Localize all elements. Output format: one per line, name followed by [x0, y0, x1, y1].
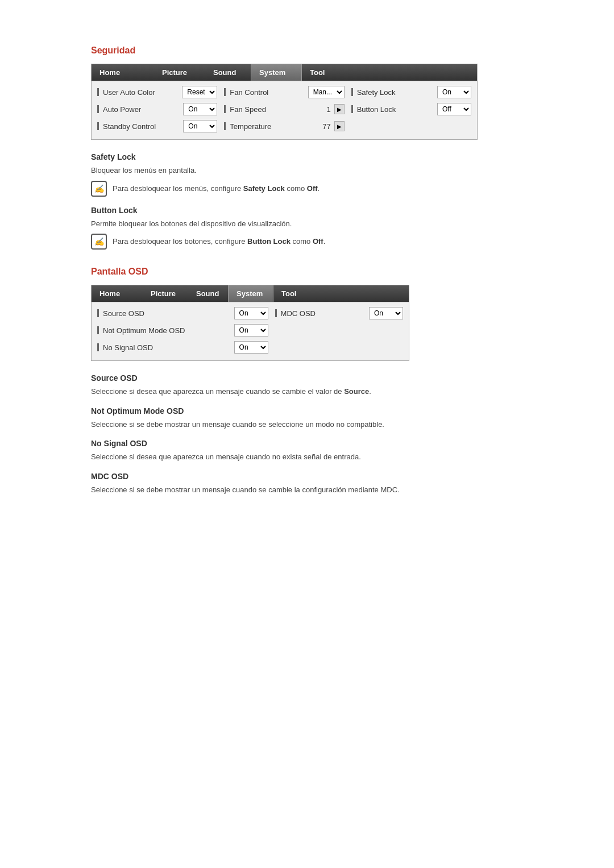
- not-optimum-body: Seleccione si se debe mostrar un mensaje…: [91, 419, 523, 430]
- tab-system-osd[interactable]: System: [228, 285, 273, 302]
- seg-col2: Fan Control Man... Auto Fan Speed 1 ▶: [221, 85, 347, 136]
- button-lock-heading: Button Lock: [91, 206, 523, 215]
- source-osd-select[interactable]: On Off: [234, 307, 268, 319]
- source-osd-heading: Source OSD: [91, 373, 523, 383]
- row-bar: [224, 105, 226, 113]
- tab-tool-osd[interactable]: Tool: [273, 285, 313, 302]
- note-icon-2: ✍: [91, 234, 107, 250]
- button-lock-note: ✍ Para desbloquear los botones, configur…: [91, 234, 523, 250]
- tab-picture-osd[interactable]: Picture: [143, 285, 188, 302]
- table-row: Standby Control On Off: [97, 119, 217, 134]
- tab-home-osd[interactable]: Home: [92, 285, 143, 302]
- safety-lock-note-text: Para desbloquear los menús, configure Sa…: [113, 181, 320, 194]
- fan-speed-val: 1 ▶: [326, 104, 344, 114]
- table-row: MDC OSD On Off: [275, 306, 403, 321]
- table-row: Auto Power On Off: [97, 102, 217, 117]
- source-osd-label: Source OSD: [103, 309, 144, 318]
- osd-col2: MDC OSD On Off: [272, 306, 406, 357]
- seg-col3: Safety Lock On Off Button Lock Off On: [348, 85, 475, 136]
- temperature-arrow[interactable]: ▶: [334, 121, 345, 131]
- temperature-val: 77 ▶: [322, 121, 344, 131]
- table-row: Source OSD On Off: [97, 306, 268, 321]
- table-row: Safety Lock On Off: [351, 85, 471, 99]
- seguridad-tab-bar: Home Picture Sound System Tool: [92, 64, 477, 81]
- no-signal-osd-label: No Signal OSD: [103, 343, 153, 352]
- not-optimum-heading: Not Optimum Mode OSD: [91, 406, 523, 416]
- row-bar: [351, 88, 353, 96]
- not-optimum-select[interactable]: On Off: [234, 324, 268, 337]
- pantalla-osd-table: Home Picture Sound System Tool Source OS…: [91, 285, 409, 361]
- mdc-osd-body: Seleccione si se debe mostrar un mensaje…: [91, 484, 523, 496]
- source-osd-body: Seleccione si desea que aparezca un mens…: [91, 386, 523, 397]
- seguridad-section: Seguridad Home Picture Sound System Tool…: [91, 45, 523, 250]
- temperature-label: Temperature: [230, 122, 271, 131]
- fan-speed-label: Fan Speed: [230, 105, 266, 114]
- table-row: Fan Control Man... Auto: [224, 85, 344, 99]
- mdc-osd-heading: MDC OSD: [91, 472, 523, 481]
- osd-col1: Source OSD On Off Not Optimum Mode OSD O…: [94, 306, 272, 357]
- safety-lock-select[interactable]: On Off: [437, 86, 471, 98]
- seguridad-title: Seguridad: [91, 45, 523, 56]
- temperature-value: 77: [322, 122, 330, 131]
- fan-control-select[interactable]: Man... Auto: [308, 86, 345, 98]
- standby-control-label: Standby Control: [103, 122, 156, 131]
- fan-speed-arrow[interactable]: ▶: [334, 104, 345, 114]
- row-bar: [97, 309, 99, 317]
- mdc-osd-select[interactable]: On Off: [369, 307, 403, 319]
- row-bar: [97, 343, 99, 351]
- no-signal-heading: No Signal OSD: [91, 439, 523, 448]
- row-bar: [275, 309, 277, 317]
- row-bar: [97, 105, 99, 113]
- fan-speed-value: 1: [326, 105, 330, 114]
- pantalla-osd-table-body: Source OSD On Off Not Optimum Mode OSD O…: [92, 302, 409, 360]
- button-lock-note-text: Para desbloquear los botones, configure …: [113, 234, 325, 247]
- table-row: Temperature 77 ▶: [224, 119, 344, 134]
- tab-home-seg[interactable]: Home: [92, 64, 154, 81]
- table-row: No Signal OSD On Off: [97, 340, 268, 355]
- row-bar: [224, 122, 226, 130]
- tab-sound-seg[interactable]: Sound: [205, 64, 251, 81]
- tab-picture-seg[interactable]: Picture: [154, 64, 205, 81]
- pantalla-tab-bar: Home Picture Sound System Tool: [92, 285, 409, 302]
- button-lock-label: Button Lock: [357, 105, 396, 114]
- auto-power-label: Auto Power: [103, 105, 141, 114]
- user-auto-color-label: User Auto Color: [103, 88, 155, 97]
- note-icon: ✍: [91, 181, 107, 197]
- not-optimum-label: Not Optimum Mode OSD: [103, 326, 185, 335]
- button-lock-body: Permite bloquear los botones del disposi…: [91, 218, 523, 230]
- tab-sound-osd[interactable]: Sound: [188, 285, 228, 302]
- seguridad-table-body: User Auto Color Reset Auto Power On Off: [92, 81, 477, 139]
- row-bar: [224, 88, 226, 96]
- mdc-osd-label: MDC OSD: [281, 309, 316, 318]
- safety-lock-body: Bloquear los menús en pantalla.: [91, 165, 523, 176]
- auto-power-select[interactable]: On Off: [183, 103, 217, 115]
- standby-control-select[interactable]: On Off: [183, 120, 217, 132]
- pantalla-osd-section: Pantalla OSD Home Picture Sound System T…: [91, 267, 523, 495]
- tab-tool-seg[interactable]: Tool: [302, 64, 347, 81]
- pantalla-osd-title: Pantalla OSD: [91, 267, 523, 277]
- row-bar: [97, 326, 99, 334]
- table-row: Fan Speed 1 ▶: [224, 102, 344, 117]
- fan-control-label: Fan Control: [230, 88, 268, 97]
- table-row: Button Lock Off On: [351, 102, 471, 117]
- no-signal-osd-select[interactable]: On Off: [234, 341, 268, 354]
- no-signal-body: Seleccione si desea que aparezca un mens…: [91, 451, 523, 463]
- safety-lock-label: Safety Lock: [357, 88, 396, 97]
- seguridad-table: Home Picture Sound System Tool User Auto…: [91, 64, 478, 140]
- safety-lock-note: ✍ Para desbloquear los menús, configure …: [91, 181, 523, 197]
- row-bar: [97, 88, 99, 96]
- safety-lock-heading: Safety Lock: [91, 152, 523, 161]
- tab-system-seg[interactable]: System: [251, 64, 302, 81]
- user-auto-color-select[interactable]: Reset: [182, 86, 217, 98]
- row-bar: [97, 122, 99, 130]
- seg-col1: User Auto Color Reset Auto Power On Off: [94, 85, 221, 136]
- row-bar: [351, 105, 353, 113]
- table-row: User Auto Color Reset: [97, 85, 217, 99]
- table-row: Not Optimum Mode OSD On Off: [97, 323, 268, 338]
- button-lock-select[interactable]: Off On: [437, 103, 471, 115]
